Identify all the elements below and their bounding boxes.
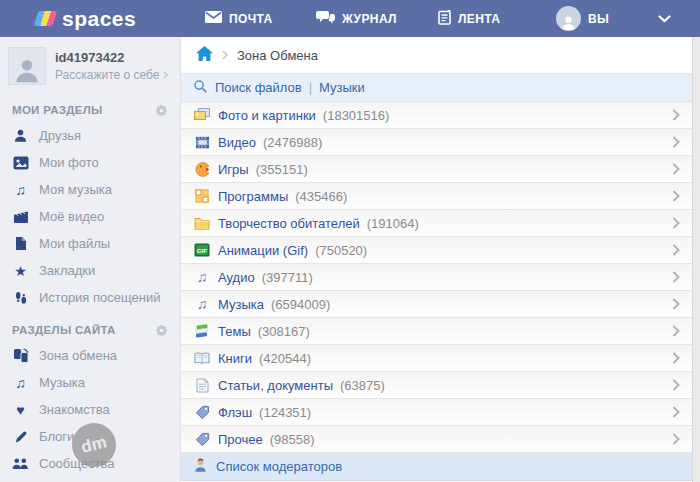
category-count: (355151) [256,162,308,177]
category-count: (6594009) [271,297,330,312]
layers-icon [193,324,211,338]
star-icon: ★ [12,264,29,278]
search-music-link[interactable]: Музыки [319,80,365,95]
category-label: Игры [218,162,249,177]
gear-icon[interactable] [155,104,168,117]
sidebar-item-label: Блоги [39,429,74,444]
category-row-music[interactable]: ♫ Музыка (6594009) [181,291,692,318]
sidebar-item-my-photos[interactable]: Мои фото [0,149,180,176]
feed-icon [438,10,451,28]
category-row-programs[interactable]: Программы (435466) [181,183,692,210]
sidebar-item-label: Сообщества [39,456,115,471]
sidebar-item-visit-history[interactable]: История посещений [0,284,180,311]
top-navbar: spaces ПОЧТА ЖУРНАЛ ЛЕНТА ВЫ [0,0,700,37]
sidebar-item-label: История посещений [39,290,161,305]
category-row-video[interactable]: Видео (2476988) [181,129,692,156]
category-row-creativity[interactable]: Творчество обитателей (191064) [181,210,692,237]
sidebar-item-bookmarks[interactable]: ★ Закладки [0,257,180,284]
chevron-right-icon [672,136,680,148]
photos-icon [193,107,211,123]
breadcrumb-current: Зона Обмена [237,48,318,63]
user-avatar [8,47,46,85]
chevron-right-icon [672,325,680,337]
category-row-themes[interactable]: Темы (308167) [181,318,692,345]
moderators-list-link[interactable]: Список модераторов [181,453,692,481]
gear-icon[interactable] [155,324,168,337]
sidebar-item-my-music[interactable]: ♫ Моя музыка [0,176,180,203]
main-content: Зона Обмена Поиск файлов | Музыки Фото и… [180,37,692,482]
nav-mail-label: ПОЧТА [229,12,273,26]
user-card[interactable]: id41973422 Расскажите о себе [0,37,180,91]
sidebar-item-dating[interactable]: ♥ Знакомства [0,396,180,423]
sidebar-item-blogs[interactable]: Блоги [0,423,180,450]
sidebar-item-exchange-zone[interactable]: Зона обмена [0,342,180,369]
footprints-icon [12,291,29,305]
home-icon[interactable] [196,46,213,65]
sidebar-item-communities[interactable]: Сообщества [0,450,180,477]
site-sections-header: РАЗДЕЛЫ САЙТА [0,311,180,342]
sidebar-item-my-files[interactable]: Мои файлы [0,230,180,257]
person-icon [12,128,29,143]
about-me-link[interactable]: Расскажите о себе [55,68,168,82]
category-count: (63875) [340,378,385,393]
nav-feed[interactable]: ЛЕНТА [438,0,500,37]
photo-icon [12,156,29,170]
category-label: Музыка [218,297,264,312]
category-label: Флэш [218,405,252,420]
chevron-right-icon [672,379,680,391]
sidebar-item-friends[interactable]: Друзья [0,122,180,149]
sidebar-item-label: Музыка [39,375,85,390]
chevron-right-icon [672,244,680,256]
spaces-logo[interactable]: spaces [36,0,136,37]
spaces-logo-text: spaces [62,7,136,31]
nav-journal-label: ЖУРНАЛ [342,12,397,26]
sidebar-item-label: Моя музыка [39,182,112,197]
category-row-articles[interactable]: Статьи, документы (63875) [181,372,692,399]
file-icon [12,236,29,251]
moderators-label: Список модераторов [216,459,342,474]
chevron-right-icon [672,163,680,175]
category-count: (124351) [259,405,311,420]
search-files-link[interactable]: Поиск файлов [215,80,302,95]
sidebar-item-music[interactable]: ♫ Музыка [0,369,180,396]
category-count: (2476988) [263,135,322,150]
right-scroll-gutter[interactable] [692,37,700,482]
apps-grid-icon [193,189,211,203]
sidebar-item-my-video[interactable]: Моё видео [0,203,180,230]
category-row-animations[interactable]: GIF Анимации (Gif) (750520) [181,237,692,264]
chevron-right-icon [672,298,680,310]
category-count: (420544) [259,351,311,366]
chevron-right-icon [163,71,168,79]
category-row-books[interactable]: Книги (420544) [181,345,692,372]
category-row-flash[interactable]: Флэш (124351) [181,399,692,426]
category-row-audio[interactable]: ♫ Аудио (397711) [181,264,692,291]
search-icon [193,79,208,97]
category-label: Творчество обитателей [218,216,360,231]
breadcrumb: Зона Обмена [181,37,692,74]
chevron-right-icon [672,271,680,283]
gif-icon: GIF [193,243,211,257]
nav-feed-label: ЛЕНТА [458,12,500,26]
chevron-right-icon [672,406,680,418]
heart-icon: ♥ [12,403,29,417]
sidebar-item-label: Знакомства [39,402,110,417]
folder-icon [193,217,211,230]
navbar-chevron-down-icon[interactable] [658,0,671,37]
category-row-photos[interactable]: Фото и картинки (18301516) [181,102,692,129]
category-count: (750520) [315,243,367,258]
nav-journal[interactable]: ЖУРНАЛ [316,0,397,37]
breadcrumb-chevron-icon [222,50,228,60]
document-icon [193,378,211,393]
category-count: (435466) [295,189,347,204]
sidebar-item-label: Друзья [39,128,81,143]
people-group-icon [12,457,29,470]
nav-mail[interactable]: ПОЧТА [205,0,273,37]
chevron-right-icon [672,109,680,121]
category-row-games[interactable]: Игры (355151) [181,156,692,183]
book-icon [193,352,211,365]
category-row-other[interactable]: Прочее (98558) [181,426,692,453]
category-count: (98558) [270,432,315,447]
nav-you[interactable]: ВЫ [556,0,609,37]
search-separator: | [309,80,312,95]
chevron-right-icon [672,433,680,445]
